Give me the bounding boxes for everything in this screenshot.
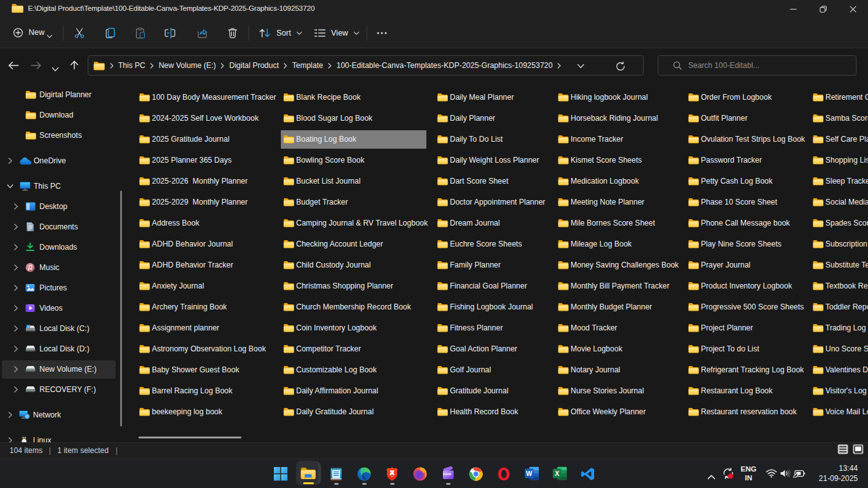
svg-text:W: W — [526, 470, 532, 477]
svg-text:X: X — [555, 470, 559, 477]
